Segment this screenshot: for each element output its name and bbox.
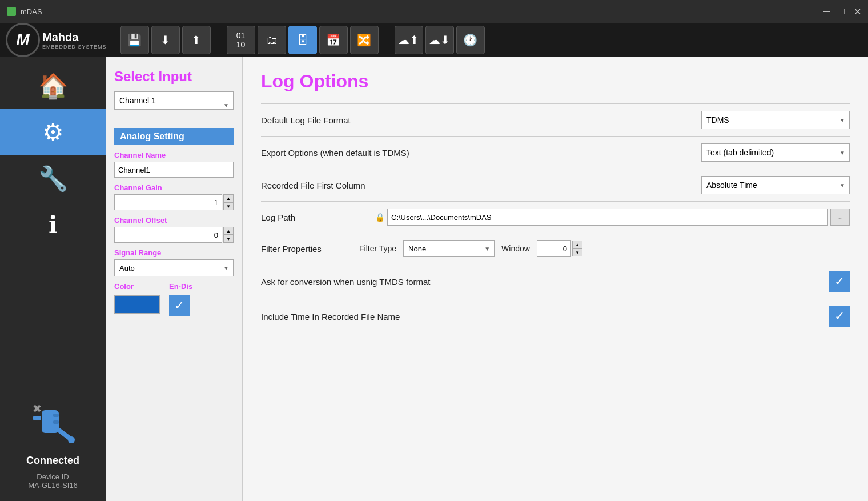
network-button[interactable]: 🔀 [350,26,379,54]
download-button[interactable]: ⬇ [151,26,180,54]
history-button[interactable]: 🕐 [456,26,485,54]
window-input[interactable] [537,240,571,257]
title-bar-left: mDAS [7,7,42,16]
filter-type-select[interactable]: None Low Pass High Pass [403,240,495,257]
settings-icon: ⚙ [42,118,64,146]
endis-col: En-Dis ✓ [169,282,192,316]
svg-rect-2 [53,414,59,417]
connected-status: Connected [26,455,79,467]
ask-conversion-label: Ask for conversion when usnig TMDS forma… [261,277,829,287]
left-panel: Select Input Channel 1 Channel 2 Channel… [106,57,243,501]
recorded-file-first-col-label: Recorded File First Column [261,181,701,190]
channel-offset-spinners: ▲ ▼ [223,227,234,243]
signal-range-select[interactable]: Auto ±5V ±10V [114,259,234,276]
channel-offset-down[interactable]: ▼ [223,235,234,243]
toolbar: M Mahda EMBEDDED SYSTEMS 💾 ⬇ ⬆ 0110 🗂 🗄 … [0,23,868,57]
channel-offset-row: ▲ ▼ [114,227,234,243]
main-layout: 🏠 ⚙ 🔧 ℹ [0,57,868,501]
export-options-row: Export Options (when default is TDMS) Te… [261,136,850,169]
sidebar-item-settings[interactable]: ⚙ [0,109,106,155]
select-input-title: Select Input [114,69,234,85]
channel-select-wrapper: Channel 1 Channel 2 Channel 3 [114,91,234,119]
color-col: Color [114,282,160,314]
sidebar-item-tools[interactable]: 🔧 [0,155,106,202]
database-button[interactable]: 🗄 [288,26,317,54]
info-icon: ℹ [49,211,58,239]
channel-gain-up[interactable]: ▲ [223,194,234,202]
home-icon: 🏠 [38,72,68,100]
close-button[interactable]: ✕ [854,6,861,17]
window-up[interactable]: ▲ [572,241,582,249]
svg-rect-1 [33,416,41,420]
right-panel: Log Options Default Log File Format TDMS… [243,57,868,501]
default-log-format-row: Default Log File Format TDMS CSV Text [261,103,850,136]
calendar-button[interactable]: 📅 [319,26,348,54]
tools-icon: 🔧 [38,165,68,193]
filter-type-label: Filter Type [359,244,396,253]
connection-icon-area [27,399,79,452]
logo-m: M [16,31,29,49]
ask-conversion-row: Ask for conversion when usnig TMDS forma… [261,264,850,299]
device-id-value: MA-GL16-SI16 [28,481,78,490]
log-options-title: Log Options [261,71,850,92]
filter-row: Filter Properties Filter Type None Low P… [261,233,850,264]
binary-button[interactable]: 0110 [227,26,255,54]
channel-select[interactable]: Channel 1 Channel 2 Channel 3 [114,91,234,110]
window-label: Window [501,244,530,253]
channel-gain-spinners: ▲ ▼ [223,194,234,210]
upload-button[interactable]: ⬆ [182,26,211,54]
window-controls: ─ □ ✕ [823,6,861,17]
channel-name-row [114,162,234,178]
analog-setting-header: Analog Setting [114,128,234,145]
browse-button[interactable]: ... [830,209,850,226]
color-label: Color [114,282,160,291]
content-area: Select Input Channel 1 Channel 2 Channel… [106,57,868,501]
sidebar-item-info[interactable]: ℹ [0,202,106,248]
logo-text: Mahda EMBEDDED SYSTEMS [42,31,107,50]
window-spinners: ▲ ▼ [572,241,582,256]
logo-mahda: Mahda [42,31,107,44]
card-button[interactable]: 🗂 [258,26,286,54]
svg-line-4 [59,430,70,439]
channel-gain-label: Channel Gain [114,183,234,192]
ask-conversion-checkbox[interactable]: ✓ [829,271,850,292]
cloud-upload-button[interactable]: ☁⬆ [395,26,423,54]
log-path-input[interactable] [387,209,828,226]
sidebar-bottom: Connected Device ID MA-GL16-SI16 [0,399,106,501]
signal-range-wrapper: Auto ±5V ±10V [114,259,234,276]
include-time-row: Include Time In Recorded File Name ✓ [261,299,850,334]
app-title: mDAS [21,7,42,16]
window-down[interactable]: ▼ [572,249,582,256]
endis-label: En-Dis [169,282,192,291]
signal-range-label: Signal Range [114,249,234,257]
save-button[interactable]: 💾 [120,26,149,54]
svg-point-5 [68,436,75,443]
default-log-format-control: TDMS CSV Text [701,111,850,129]
sidebar-item-home[interactable]: 🏠 [0,63,106,109]
cloud-download-button[interactable]: ☁⬇ [425,26,454,54]
recorded-file-first-col-control: Absolute Time Relative Time Sample Numbe… [701,176,850,194]
recorded-file-first-col-dropdown[interactable]: Absolute Time Relative Time Sample Numbe… [701,176,850,194]
sidebar: 🏠 ⚙ 🔧 ℹ [0,57,106,501]
color-endis-row: Color En-Dis ✓ [114,282,234,316]
export-options-dropdown[interactable]: Text (tab delimited) CSV Excel [701,143,850,162]
color-swatch[interactable] [114,295,160,314]
logo: M Mahda EMBEDDED SYSTEMS [6,23,107,57]
device-id-label: Device ID [37,472,69,481]
channel-offset-input[interactable] [114,227,222,243]
channel-name-input[interactable] [114,162,234,178]
minimize-button[interactable]: ─ [823,6,830,17]
maximize-button[interactable]: □ [839,6,845,17]
channel-offset-up[interactable]: ▲ [223,227,234,235]
channel-gain-down[interactable]: ▼ [223,202,234,210]
endis-checkbox[interactable]: ✓ [169,295,190,316]
channel-gain-input[interactable] [114,194,222,210]
include-time-checkbox[interactable]: ✓ [829,306,850,327]
channel-name-label: Channel Name [114,151,234,159]
app-icon [7,7,16,16]
channel-gain-row: ▲ ▼ [114,194,234,210]
recorded-file-first-col-dropdown-wrapper: Absolute Time Relative Time Sample Numbe… [701,176,850,194]
logo-circle: M [6,23,40,57]
log-path-input-area: 🔒 ... [375,209,850,226]
default-log-format-dropdown[interactable]: TDMS CSV Text [701,111,850,129]
